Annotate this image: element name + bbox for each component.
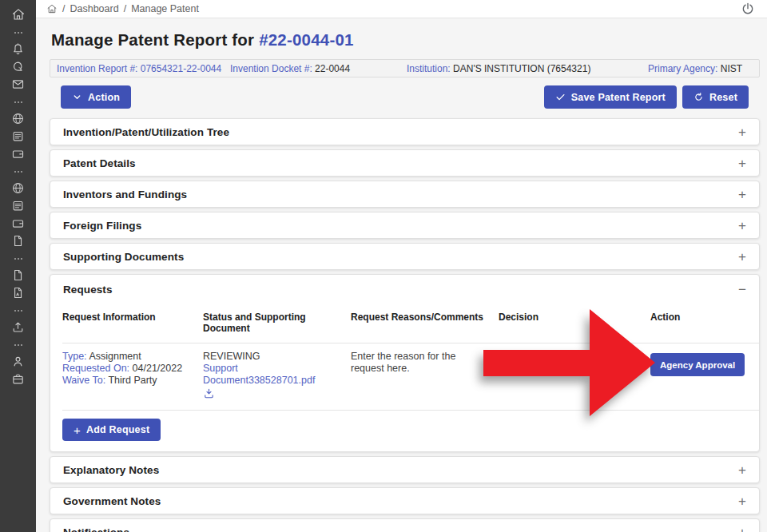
accordion-header[interactable]: Supporting Documents +: [50, 244, 759, 269]
logout-power-button[interactable]: [739, 0, 757, 18]
save-patent-report-button[interactable]: Save Patent Report: [544, 85, 677, 109]
menu-dots-icon: [0, 95, 36, 109]
breadcrumb-separator: /: [124, 3, 126, 14]
accordion-title: Explanatory Notes: [63, 464, 159, 476]
breadcrumb-home-icon[interactable]: [46, 3, 58, 14]
accordion-title: Requests: [63, 284, 113, 296]
accordion-header[interactable]: Invention/Patent/Utilization Tree +: [50, 119, 759, 145]
col-action: Action: [650, 312, 759, 334]
accordion-title: Invention/Patent/Utilization Tree: [63, 126, 229, 138]
accordion-government-notes: Government Notes +: [50, 487, 760, 514]
status-document-cell: REVIEWING Support Document338528701.pdf: [203, 351, 351, 402]
page-title-text: Manage Patent Report for: [51, 30, 254, 49]
request-information-cell: Type: Assignment Requested On: 04/21/202…: [62, 351, 203, 387]
report-id: #22-0044-01: [259, 30, 353, 49]
collapse-minus-icon[interactable]: −: [738, 283, 746, 296]
content: Manage Patent Report for #22-0044-01 Inv…: [36, 18, 767, 532]
add-request-button[interactable]: + Add Request: [62, 419, 161, 441]
person-icon[interactable]: [0, 352, 36, 370]
reason-comments-cell: [351, 351, 499, 383]
request-status: REVIEWING: [203, 351, 351, 363]
requests-table: Request Information Status and Supportin…: [62, 304, 759, 411]
globe-icon[interactable]: [0, 179, 36, 197]
expand-plus-icon[interactable]: +: [738, 463, 746, 477]
expand-plus-icon[interactable]: +: [738, 188, 746, 201]
action-cell: Agency Approval: [650, 351, 759, 376]
accordion-header[interactable]: Inventors and Fundings +: [50, 181, 759, 207]
accordion-inventors-and-fundings: Inventors and Fundings +: [50, 181, 760, 208]
col-request-reasons-comments: Request Reasons/Comments: [351, 312, 499, 334]
report-info-bar: Invention Report #: 07654321-22-0044 Inv…: [50, 59, 760, 77]
invention-docket-number: Invention Docket #: 22-0044: [230, 63, 407, 74]
briefcase-icon[interactable]: [0, 370, 36, 387]
breadcrumb-item-manage-patent: Manage Patent: [131, 3, 199, 14]
main-area: / Dashboard / Manage Patent Manage Paten…: [36, 0, 767, 532]
accordion-title: Government Notes: [63, 495, 161, 507]
file-icon[interactable]: [0, 232, 36, 249]
wallet-icon[interactable]: [0, 214, 36, 232]
invention-report-number: Invention Report #: 07654321-22-0044: [57, 63, 230, 74]
accordion-header[interactable]: Notifications +: [50, 519, 759, 532]
accordion-notifications: Notifications +: [50, 518, 760, 532]
requests-table-header: Request Information Status and Supportin…: [62, 304, 759, 343]
agency-approval-button[interactable]: Agency Approval: [650, 353, 745, 376]
accordion-explanatory-notes: Explanatory Notes +: [50, 456, 760, 483]
app-sidebar: [0, 0, 36, 532]
plus-icon: +: [74, 424, 81, 436]
breadcrumb: / Dashboard / Manage Patent: [46, 3, 199, 14]
accordion-header[interactable]: Requests −: [50, 275, 759, 304]
accordion-title: Inventors and Fundings: [63, 189, 187, 200]
mail-icon[interactable]: [0, 75, 36, 93]
reset-icon: [693, 92, 704, 102]
expand-plus-icon[interactable]: +: [738, 526, 746, 532]
breadcrumb-separator: /: [62, 3, 65, 14]
menu-dots-icon: [0, 26, 36, 40]
accordion-supporting-documents: Supporting Documents +: [50, 243, 760, 270]
accordion-header[interactable]: Government Notes +: [50, 488, 759, 514]
chat-icon[interactable]: [0, 58, 36, 75]
bell-icon[interactable]: [0, 40, 36, 58]
action-button[interactable]: Action: [61, 85, 131, 109]
request-reason-textarea[interactable]: [351, 351, 488, 379]
accordion-invention-patent-utilization-tree: Invention/Patent/Utilization Tree +: [50, 118, 760, 145]
reset-button[interactable]: Reset: [682, 85, 749, 109]
request-row: Type: Assignment Requested On: 04/21/202…: [62, 343, 759, 411]
upload-icon[interactable]: [0, 318, 36, 335]
accordion-requests: Requests − Request Information Status an…: [50, 274, 760, 452]
col-request-information: Request Information: [62, 312, 203, 334]
reset-button-label: Reset: [709, 92, 737, 103]
expand-plus-icon[interactable]: +: [738, 219, 746, 232]
col-decision: Decision: [499, 312, 650, 334]
breadcrumb-item-dashboard[interactable]: Dashboard: [70, 3, 118, 14]
accordion-patent-details: Patent Details +: [50, 149, 760, 177]
news-document-icon[interactable]: [0, 197, 36, 214]
expand-plus-icon[interactable]: +: [738, 250, 746, 264]
file-icon[interactable]: [0, 266, 36, 284]
accordion-header[interactable]: Patent Details +: [50, 150, 759, 176]
supporting-document-link[interactable]: Support Document338528701.pdf: [203, 363, 351, 387]
toolbar: Action Save Patent Report Reset: [50, 85, 760, 109]
topbar: / Dashboard / Manage Patent: [36, 0, 767, 18]
home-icon[interactable]: [0, 6, 36, 23]
accordion-header[interactable]: Foreign Filings +: [50, 212, 759, 238]
accordion-title: Supporting Documents: [63, 251, 184, 263]
expand-plus-icon[interactable]: +: [738, 125, 746, 139]
expand-plus-icon[interactable]: +: [738, 157, 746, 170]
expand-plus-icon[interactable]: +: [738, 494, 746, 508]
check-icon: [555, 92, 566, 102]
primary-agency: Primary Agency: NIST: [648, 63, 753, 74]
globe-icon[interactable]: [0, 109, 36, 127]
download-icon[interactable]: [203, 387, 215, 402]
col-status-supporting-document: Status and Supporting Document: [203, 312, 351, 334]
accordion-title: Notifications: [63, 526, 129, 532]
file-pdf-icon[interactable]: [0, 284, 36, 301]
page-title: Manage Patent Report for #22-0044-01: [51, 30, 760, 50]
wallet-icon[interactable]: [0, 145, 36, 162]
news-document-icon[interactable]: [0, 127, 36, 145]
institution: Institution: DAN'S INSTITUTION (7654321): [407, 63, 648, 74]
accordion-foreign-filings: Foreign Filings +: [50, 212, 760, 239]
accordion-header[interactable]: Explanatory Notes +: [50, 457, 759, 482]
action-button-label: Action: [88, 92, 120, 103]
add-request-label: Add Request: [86, 424, 149, 435]
manage-patent-page: / Dashboard / Manage Patent Manage Paten…: [0, 0, 767, 532]
